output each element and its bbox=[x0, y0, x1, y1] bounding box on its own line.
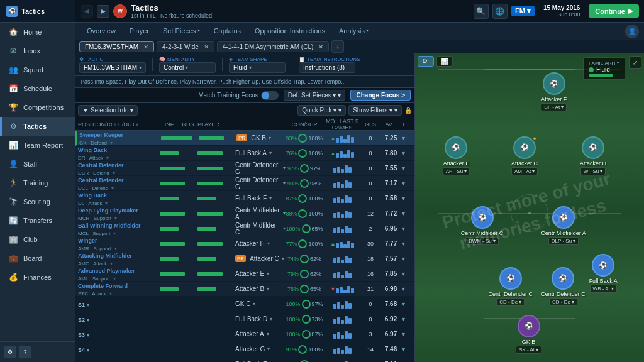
sidebar-item-home[interactable]: 🏠 Home bbox=[0, 23, 75, 41]
expand-row-button[interactable]: ▾ bbox=[402, 331, 412, 337]
sidebar-item-team-report[interactable]: 📊 Team Report bbox=[0, 136, 75, 155]
expand-row-button[interactable]: ▾ bbox=[402, 240, 412, 247]
tab-analysis[interactable]: Analysis ▾ bbox=[333, 25, 375, 38]
sidebar-item-training[interactable]: 🏃 Training bbox=[0, 173, 75, 192]
node-role-dropdown[interactable]: CD - De ▾ bbox=[496, 298, 525, 306]
formation-tab-westham[interactable]: FM16.3WESTHAM ✕ bbox=[79, 41, 154, 52]
node-role-dropdown[interactable]: WB - At ▾ bbox=[590, 285, 617, 293]
node-full-back-a[interactable]: ⚽ Full Back A WB - At ▾ bbox=[589, 254, 618, 293]
sidebar-item-squad[interactable]: 👥 Squad bbox=[0, 60, 75, 79]
sidebar-item-club[interactable]: 🏢 Club bbox=[0, 230, 75, 249]
formation-tab-41411[interactable]: 4-1-4-1 DM Asymmetric AM (CL) ✕ bbox=[217, 41, 329, 52]
node-role-dropdown[interactable]: BWM - Su ▾ bbox=[465, 237, 498, 245]
node-role-dropdown[interactable]: W - Su ▾ bbox=[580, 167, 606, 175]
table-row[interactable]: S4 ▾Attacker G ▾91% 100%147.46▾ bbox=[75, 342, 414, 357]
node-role-dropdown[interactable]: SK - At ▾ bbox=[516, 346, 541, 354]
close-icon[interactable]: ✕ bbox=[143, 43, 148, 50]
form-cell: ▲ bbox=[323, 149, 361, 158]
expand-row-button[interactable]: ▾ bbox=[402, 270, 412, 277]
expand-row-button[interactable]: ▾ bbox=[402, 210, 412, 217]
expand-row-button[interactable]: ▾ bbox=[402, 165, 412, 172]
show-filters-button[interactable]: Show Filters ▾ ▾ bbox=[348, 105, 402, 116]
forward-button[interactable]: ▶ bbox=[97, 5, 109, 18]
tab-opposition[interactable]: Opposition Instructions bbox=[248, 25, 331, 38]
sidebar-item-tactics[interactable]: ⚙ Tactics bbox=[0, 117, 75, 136]
table-row[interactable]: Central Defender DCR Defend ▾Centr Defen… bbox=[75, 161, 414, 176]
table-row[interactable]: S3 ▾Attacker A ▾100% 87%36.97▾ bbox=[75, 327, 414, 342]
node-role-dropdown[interactable]: AP - Su ▾ bbox=[443, 167, 470, 175]
table-row[interactable]: S5 ▾Full Back E ▾95% 95%07.11▾ bbox=[75, 357, 414, 362]
back-button[interactable]: ◀ bbox=[80, 5, 93, 18]
table-row[interactable]: Deep Lying Playmaker MCR Support ▾Centr … bbox=[75, 206, 414, 221]
table-row[interactable]: Ball Winning Midfielder MCL Support ▾Cen… bbox=[75, 221, 414, 236]
sidebar-item-schedule[interactable]: 📅 Schedule bbox=[0, 79, 75, 98]
node-role-dropdown[interactable]: CD - De ▾ bbox=[549, 298, 577, 306]
table-row[interactable]: Attacking Midfielder AMC Attack ▾PRAttac… bbox=[75, 251, 414, 266]
team-shape-select[interactable]: Fluid ▾ bbox=[229, 62, 286, 73]
expand-formation-button[interactable]: ⤢ bbox=[629, 56, 641, 69]
match-training-toggle[interactable] bbox=[261, 91, 279, 100]
sidebar-item-board[interactable]: 💼 Board bbox=[0, 249, 75, 268]
node-centr-def-l[interactable]: ⚽ Centr Defender C CD - De ▾ bbox=[488, 267, 533, 306]
node-centr-def-r[interactable]: ⚽ Centr Defender C CD - De ▾ bbox=[541, 267, 586, 306]
table-row[interactable]: Wing Back DR Attack ▾Full Back A ▾76% 10… bbox=[75, 146, 414, 161]
def-set-pieces-button[interactable]: Def. Set Pieces ▾ ▾ bbox=[284, 90, 346, 101]
sidebar-item-transfers[interactable]: 🔄 Transfers bbox=[0, 211, 75, 230]
node-role-dropdown[interactable]: AM - At ▾ bbox=[511, 167, 538, 175]
sidebar-item-competitions[interactable]: 🏆 Competitions bbox=[0, 98, 75, 117]
mentality-select[interactable]: Control ▾ bbox=[159, 62, 216, 73]
tab-set-pieces[interactable]: Set Pieces ▾ bbox=[157, 25, 206, 38]
table-row[interactable]: Winger AMR Support ▾Attacker H ▾77% 100%… bbox=[75, 236, 414, 251]
sidebar-settings-btn[interactable]: ⚙ bbox=[4, 346, 16, 358]
node-attacker-h[interactable]: ⚽ Attacker H W - Su ▾ bbox=[580, 136, 606, 175]
globe-button[interactable]: 🌐 bbox=[492, 4, 508, 19]
node-attacker-c[interactable]: ⚽ ✦ Attacker C AM - At ▾ bbox=[511, 136, 538, 175]
selection-info-button[interactable]: ▼ Selection Info ▾ bbox=[78, 105, 138, 116]
expand-row-button[interactable]: ▾ bbox=[402, 315, 412, 322]
expand-row-button[interactable]: ▾ bbox=[402, 255, 412, 262]
expand-row-button[interactable]: ▾ bbox=[402, 180, 412, 187]
sidebar-item-finances[interactable]: 💰 Finances bbox=[0, 268, 75, 287]
node-role-dropdown[interactable]: CF - At ▾ bbox=[541, 103, 567, 111]
tab-player[interactable]: Player bbox=[123, 25, 155, 38]
expand-row-button[interactable]: ▾ bbox=[402, 195, 412, 202]
add-formation-button[interactable]: + bbox=[331, 40, 344, 53]
sidebar-item-inbox[interactable]: ✉ Inbox bbox=[0, 41, 75, 60]
table-row[interactable]: S2 ▾Full Back D ▾100% 73%06.92▾ bbox=[75, 312, 414, 327]
tactic-select[interactable]: FM16.3WESTHAM ▾ bbox=[79, 62, 146, 73]
quick-pick-button[interactable]: Quick Pick ▾ ▾ bbox=[297, 105, 346, 116]
tab-captains[interactable]: Captains bbox=[208, 25, 247, 38]
node-gk-b[interactable]: ⚽ GK B SK - At ▾ bbox=[516, 315, 541, 354]
node-attacker-f[interactable]: ⚽ Attacker F CF - At ▾ bbox=[541, 72, 567, 111]
table-row[interactable]: Sweeper Keeper GK Defend ▾PRGK B ▾93% 10… bbox=[75, 131, 414, 146]
expand-row-button[interactable]: ▾ bbox=[402, 134, 412, 141]
change-focus-button[interactable]: Change Focus > bbox=[350, 90, 411, 101]
expand-row-button[interactable]: ▾ bbox=[402, 150, 412, 156]
tab-overview[interactable]: Overview bbox=[80, 25, 122, 38]
search-button[interactable]: 🔍 bbox=[474, 4, 489, 19]
formation-tactic-tab[interactable]: ⚙ bbox=[418, 56, 434, 67]
sidebar-item-staff[interactable]: 👤 Staff bbox=[0, 155, 75, 173]
expand-row-button[interactable]: ▾ bbox=[402, 225, 412, 232]
close-icon[interactable]: ✕ bbox=[318, 43, 323, 50]
profile-button[interactable]: 👤 bbox=[625, 25, 639, 38]
formation-tab-4231[interactable]: 4-2-3-1 Wide ✕ bbox=[157, 41, 214, 52]
expand-row-button[interactable]: ▾ bbox=[402, 346, 412, 353]
instructions-select[interactable]: Instructions (8) bbox=[299, 62, 355, 73]
table-row[interactable]: Advanced Playmaker AML Support ▾Attacker… bbox=[75, 266, 414, 282]
sidebar-item-scouting[interactable]: 🔭 Scouting bbox=[0, 192, 75, 211]
table-row[interactable]: Wing Back DL Attack ▾Full Back F ▾87% 10… bbox=[75, 191, 414, 206]
node-centr-mid-c[interactable]: ⚽ Centr Midfilder C BWM - Su ▾ bbox=[461, 206, 504, 245]
node-attacker-e[interactable]: ⚽ Attacker E AP - Su ▾ bbox=[443, 136, 470, 175]
table-row[interactable]: Complete Forward STC Attack ▾Attacker B … bbox=[75, 282, 414, 297]
expand-row-button[interactable]: ▾ bbox=[402, 300, 412, 307]
node-role-dropdown[interactable]: DLP - Su ▾ bbox=[548, 237, 579, 245]
close-icon[interactable]: ✕ bbox=[204, 43, 209, 50]
formation-bar-tab[interactable]: 📊 bbox=[436, 56, 453, 67]
expand-row-button[interactable]: ▾ bbox=[402, 285, 412, 292]
continue-button[interactable]: Continue ▶ bbox=[589, 4, 639, 18]
table-row[interactable]: Central Defender DCL Defend ▾Centr Defen… bbox=[75, 176, 414, 191]
node-centr-mid-a[interactable]: ⚽ Centr Midfielder A DLP - Su ▾ bbox=[541, 206, 586, 245]
sidebar-help-btn[interactable]: ? bbox=[19, 346, 31, 358]
table-row[interactable]: S1 ▾GK C ▾100% 97%07.68▾ bbox=[75, 297, 414, 312]
